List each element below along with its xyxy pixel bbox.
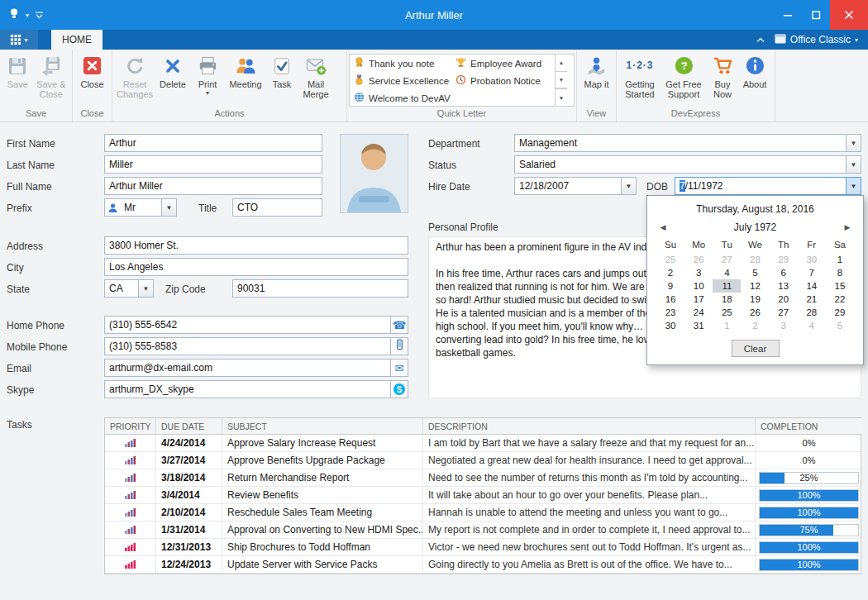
calendar-next-month-button[interactable]: ▶ xyxy=(841,223,854,231)
task-row[interactable]: 3/27/2014Approve Benefits Upgrade Packag… xyxy=(105,452,861,469)
column-header[interactable]: SUBJECT xyxy=(222,418,423,435)
quick-letter-item[interactable]: Welcome to DevAV xyxy=(351,89,452,107)
qat-customize-icon[interactable] xyxy=(35,7,44,22)
calendar-clear-button[interactable]: Clear xyxy=(732,340,780,357)
calendar-day[interactable]: 3 xyxy=(770,319,798,332)
calendar-day[interactable]: 9 xyxy=(656,279,684,293)
skype-field[interactable]: arthurm_DX_skype S xyxy=(104,380,408,398)
calendar-day[interactable]: 18 xyxy=(713,293,741,306)
calendar-day[interactable]: 8 xyxy=(826,266,854,279)
calendar-month-label[interactable]: July 1972 xyxy=(670,221,841,233)
save-and-close-button[interactable]: Save & Close xyxy=(33,51,69,106)
meeting-button[interactable]: Meeting xyxy=(224,51,267,106)
state-combo[interactable]: CA ▼ xyxy=(104,279,154,298)
getting-started-button[interactable]: 1·2·3 Getting Started xyxy=(619,51,661,106)
quick-letter-item[interactable]: Service Excellence xyxy=(351,72,452,89)
calendar-day[interactable]: 17 xyxy=(684,293,713,306)
get-free-support-button[interactable]: ? Get Free Support xyxy=(661,51,707,106)
calendar-day[interactable]: 5 xyxy=(741,266,769,279)
call-mobile-phone-button[interactable] xyxy=(390,338,408,355)
task-row[interactable]: 2/10/2014Reschedule Sales Team MeetingHa… xyxy=(105,504,861,521)
full-name-field[interactable]: Arthur Miller xyxy=(104,177,322,195)
department-dropdown-button[interactable]: ▼ xyxy=(846,135,861,151)
column-header[interactable]: PRIORITY xyxy=(105,418,156,435)
calendar-day[interactable]: 19 xyxy=(741,293,769,306)
dob-dropdown-button[interactable]: ▼ xyxy=(846,178,861,194)
gallery-up-button[interactable]: ▲ xyxy=(556,55,567,72)
calendar-day[interactable]: 4 xyxy=(798,319,826,332)
calendar-day[interactable]: 25 xyxy=(656,253,684,266)
calendar-day[interactable]: 13 xyxy=(770,279,798,293)
calendar-day[interactable]: 2 xyxy=(656,266,684,279)
close-record-button[interactable]: Close xyxy=(75,51,109,106)
calendar-day[interactable]: 26 xyxy=(741,306,769,319)
last-name-field[interactable]: Miller xyxy=(104,155,322,174)
column-header[interactable]: DESCRIPTION xyxy=(423,418,756,435)
email-field[interactable]: arthurm@dx-email.com ✉ xyxy=(104,359,408,377)
status-combo[interactable]: Salaried ▼ xyxy=(514,155,861,174)
quick-letter-item[interactable]: Probation Notice xyxy=(452,72,554,89)
calendar-day[interactable]: 23 xyxy=(656,306,684,319)
calendar-day[interactable]: 7 xyxy=(798,266,826,279)
calendar-day[interactable]: 1 xyxy=(826,253,854,266)
calendar-day[interactable]: 1 xyxy=(713,319,741,332)
skype-call-button[interactable]: S xyxy=(390,381,408,398)
calendar-day[interactable]: 21 xyxy=(798,293,826,306)
quick-letter-item[interactable]: Thank you note xyxy=(351,55,452,72)
first-name-field[interactable]: Arthur xyxy=(104,134,322,152)
task-row[interactable]: 12/24/2013Update Server with Service Pac… xyxy=(105,556,861,574)
buy-now-button[interactable]: Buy Now xyxy=(707,51,738,106)
calendar-day[interactable]: 27 xyxy=(770,306,798,319)
status-dropdown-button[interactable]: ▼ xyxy=(846,156,861,173)
hire-date-dropdown-button[interactable]: ▼ xyxy=(621,178,636,194)
task-row[interactable]: 4/24/2014Approve Salary Increase Request… xyxy=(105,435,861,452)
calendar-day[interactable]: 12 xyxy=(741,279,769,293)
reset-changes-button[interactable]: Reset Changes xyxy=(115,51,155,106)
calendar-day[interactable]: 31 xyxy=(684,319,713,332)
calendar-day[interactable]: 27 xyxy=(713,253,741,266)
city-field[interactable]: Los Angeles xyxy=(104,258,408,276)
calendar-day[interactable]: 16 xyxy=(656,293,684,306)
calendar-day[interactable]: 29 xyxy=(826,306,854,319)
calendar-today-header[interactable]: Thursday, August 18, 2016 xyxy=(656,200,854,221)
gallery-down-button[interactable]: ▼ xyxy=(556,72,567,89)
call-home-phone-button[interactable]: ☎ xyxy=(390,317,408,333)
state-dropdown-button[interactable]: ▼ xyxy=(138,280,153,297)
mail-merge-button[interactable]: Mail Merge xyxy=(297,51,335,106)
qat-dropdown-icon[interactable]: ▾ xyxy=(26,12,29,19)
calendar-day[interactable]: 28 xyxy=(798,306,826,319)
calendar-day[interactable]: 2 xyxy=(741,319,769,332)
send-email-button[interactable]: ✉ xyxy=(390,360,408,376)
calendar-day[interactable]: 10 xyxy=(684,279,713,293)
calendar-day[interactable]: 15 xyxy=(826,279,854,293)
column-header[interactable]: DUE DATE xyxy=(156,418,222,435)
prefix-combo[interactable]: Mr ▼ xyxy=(104,198,177,217)
task-row[interactable]: 12/31/2013Ship Brochures to Todd Hoffman… xyxy=(105,539,861,556)
print-button[interactable]: Print ▼ xyxy=(191,51,224,106)
prefix-dropdown-button[interactable]: ▼ xyxy=(161,199,176,216)
calendar-day[interactable]: 14 xyxy=(798,279,826,293)
map-it-button[interactable]: Map it xyxy=(579,51,613,106)
gallery-dropdown-button[interactable]: ▼ xyxy=(556,88,567,106)
calendar-day-selected[interactable]: 11 xyxy=(713,279,741,293)
calendar-day[interactable]: 3 xyxy=(684,266,713,279)
save-button[interactable]: Save xyxy=(2,51,33,106)
calendar-day[interactable]: 30 xyxy=(798,253,826,266)
home-phone-field[interactable]: (310) 555-6542 ☎ xyxy=(104,316,408,334)
delete-button[interactable]: Delete xyxy=(155,51,191,106)
calendar-day[interactable]: 6 xyxy=(770,266,798,279)
app-menu-button[interactable]: ▾ xyxy=(0,30,38,50)
calendar-day[interactable]: 24 xyxy=(684,306,713,319)
task-row[interactable]: 1/31/2014Approval on Converting to New H… xyxy=(105,521,861,539)
calendar-day[interactable]: 30 xyxy=(656,319,684,332)
ribbon-collapse-button[interactable] xyxy=(756,34,765,45)
dob-field[interactable]: 7/11/1972 ▼ xyxy=(675,177,861,195)
about-button[interactable]: About xyxy=(738,51,771,106)
hire-date-field[interactable]: 12/18/2007 ▼ xyxy=(514,177,637,195)
calendar-day[interactable]: 22 xyxy=(826,293,854,306)
quick-letter-item[interactable]: Employee Award xyxy=(452,55,554,72)
tab-home[interactable]: HOME xyxy=(51,30,103,50)
calendar-day[interactable]: 5 xyxy=(826,319,854,332)
column-header[interactable]: COMPLETION xyxy=(756,418,862,435)
title-field[interactable]: CTO xyxy=(232,198,322,217)
